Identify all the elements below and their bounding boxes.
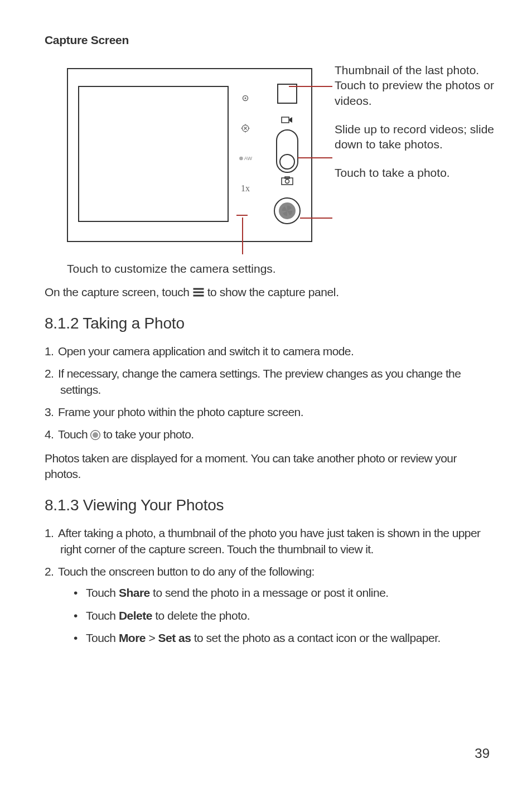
shutter-icon [279,202,296,219]
view-step-1: 1.After taking a photo, a thumbnail of t… [45,525,492,557]
callout-thumbnail: Thumbnail of the last photo. Touch to pr… [335,62,507,108]
leader-line [300,218,332,219]
section-8-1-2-title: 8.1.2 Taking a Photo [45,315,492,332]
leader-line [236,215,248,216]
menu-icon [193,288,204,297]
step-4-pre: Touch [58,427,88,442]
step-4-post: to take your photo. [103,427,194,442]
svg-point-1 [245,98,246,99]
taking-photo-steps: 1.Open your camera application and switc… [45,344,492,443]
shutter-button[interactable] [274,197,301,224]
video-icon [281,116,293,126]
step-1: 1.Open your camera application and switc… [45,344,492,359]
diagram-callouts: Thumbnail of the last photo. Touch to pr… [335,62,507,194]
zoom-label: 1x [239,182,252,195]
taking-photo-note: Photos taken are displayed for a moment.… [45,451,492,482]
panel-instruction: On the capture screen, touch to show the… [45,286,492,299]
callout-shutter: Touch to take a photo. [335,165,507,180]
panel-instruction-post: to show the capture panel. [207,286,339,299]
gps-icon [239,91,252,105]
svg-point-3 [239,157,243,161]
screen-outer-frame: AW 1x [67,68,312,242]
white-balance-icon: AW [239,152,252,165]
section-8-1-3-title: 8.1.3 Viewing Your Photos [45,496,492,514]
callout-settings: Touch to customize the camera settings. [67,262,492,276]
callout-slider: Slide up to record videos; slide down to… [335,122,507,152]
settings-column: AW 1x [234,91,257,195]
option-share: Touch Share to send the photo in a messa… [89,585,492,601]
panel-instruction-pre: On the capture screen, touch [45,286,190,299]
option-more-setas: Touch More > Set as to set the photo as … [89,630,492,646]
view-step-2-options: Touch Share to send the photo in a messa… [89,585,492,646]
option-delete: Touch Delete to delete the photo. [89,608,492,624]
mode-slider[interactable] [276,129,298,173]
leader-line [289,86,332,87]
leader-line [298,157,332,158]
leader-line [242,218,243,254]
camera-icon [281,176,293,187]
page-number: 39 [475,746,490,761]
step-4: 4. Touch to take your photo. [45,427,492,442]
svg-point-10 [93,432,98,438]
svg-point-7 [286,180,289,183]
right-control-column [269,79,306,224]
svg-rect-4 [282,117,289,123]
viewfinder-frame [78,86,229,222]
viewing-photos-steps: 1.After taking a photo, a thumbnail of t… [45,525,492,646]
shutter-inline-icon [90,429,101,441]
capture-screen-diagram: AW 1x [67,62,507,258]
view-step-2: 2.Touch the onscreen button to do any of… [45,564,492,646]
step-2: 2.If necessary, change the camera settin… [45,366,492,398]
step-3: 3.Frame your photo within the photo capt… [45,404,492,420]
flash-icon [239,122,252,135]
section-heading: Capture Screen [45,33,492,47]
mode-slider-knob[interactable] [279,154,295,170]
